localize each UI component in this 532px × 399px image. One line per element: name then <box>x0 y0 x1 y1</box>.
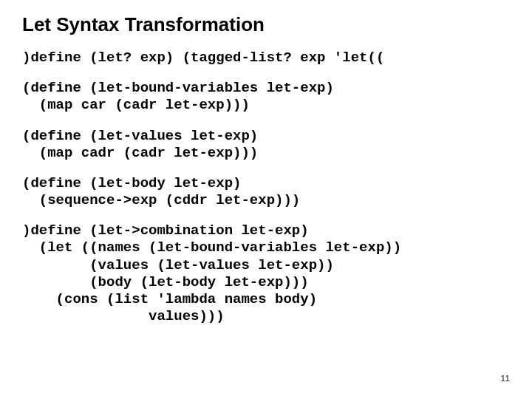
page-number: 11 <box>501 374 510 383</box>
code-block-let-values: (define (let-values let-exp) (map cadr (… <box>22 128 510 162</box>
code-block-let-body: (define (let-body let-exp) (sequence->ex… <box>22 175 510 209</box>
code-block-let-predicate: )define (let? exp) (tagged-list? exp 'le… <box>22 50 510 66</box>
slide: Let Syntax Transformation )define (let? … <box>0 0 532 399</box>
slide-title: Let Syntax Transformation <box>22 13 510 36</box>
code-block-let-bound-variables: (define (let-bound-variables let-exp) (m… <box>22 80 510 114</box>
code-block-let-combination: )define (let->combination let-exp) (let … <box>22 222 510 325</box>
